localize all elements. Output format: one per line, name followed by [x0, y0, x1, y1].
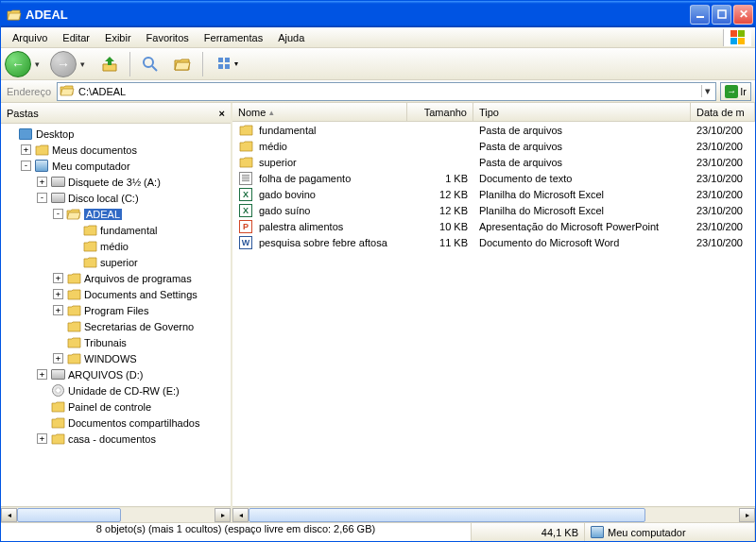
- up-button[interactable]: [95, 50, 124, 78]
- file-row[interactable]: folha de pagamento1 KBDocumento de texto…: [232, 170, 755, 186]
- tree-label: Arquivos de programas: [84, 273, 192, 284]
- address-input[interactable]: C:\ADEAL ▾: [57, 82, 716, 101]
- scroll-left-button[interactable]: ◂: [232, 508, 249, 522]
- menu-ajuda[interactable]: Ajuda: [270, 30, 312, 45]
- expand-toggle[interactable]: -: [21, 161, 31, 171]
- forward-button[interactable]: →: [50, 51, 77, 77]
- tree-node[interactable]: +ARQUIVOS (D:): [1, 366, 231, 382]
- expand-toggle[interactable]: -: [53, 209, 63, 219]
- tree-node[interactable]: -ADEAL: [1, 206, 231, 222]
- scroll-thumb[interactable]: [17, 508, 121, 522]
- file-row[interactable]: médioPasta de arquivos23/10/200: [232, 138, 755, 154]
- menu-favoritos[interactable]: Favoritos: [139, 30, 197, 45]
- tree-node[interactable]: Unidade de CD-RW (E:): [1, 382, 231, 398]
- column-date[interactable]: Data de m: [691, 103, 755, 121]
- expand-toggle[interactable]: +: [53, 353, 63, 364]
- tree-node[interactable]: Painel de controle: [1, 398, 231, 415]
- scroll-left-button[interactable]: ◂: [1, 508, 17, 522]
- back-dropdown[interactable]: ▾: [35, 59, 46, 69]
- tree-node[interactable]: +Disquete de 3½ (A:): [1, 174, 231, 190]
- sidebar-scrollbar[interactable]: ◂ ▸: [1, 506, 231, 522]
- file-row[interactable]: Wpesquisa sobre febre aftosa11 KBDocumen…: [232, 234, 755, 250]
- folder-icon: [66, 352, 81, 365]
- tree-node[interactable]: Documentos compartilhados: [1, 415, 231, 431]
- tree-node[interactable]: -Disco local (C:): [1, 190, 231, 206]
- titlebar[interactable]: ADEAL ✕: [1, 1, 755, 27]
- tree-label: Disquete de 3½ (A:): [68, 177, 161, 188]
- folder-icon: [82, 224, 97, 237]
- scroll-thumb[interactable]: [249, 508, 645, 522]
- back-button[interactable]: ←: [5, 51, 31, 77]
- forward-dropdown[interactable]: ▾: [80, 59, 92, 69]
- expand-toggle[interactable]: +: [53, 273, 63, 283]
- file-row[interactable]: Ppalestra alimentos10 KBApresentação do …: [232, 218, 755, 234]
- folder-icon: [66, 272, 81, 285]
- go-button[interactable]: → Ir: [720, 82, 751, 101]
- file-row[interactable]: superiorPasta de arquivos23/10/200: [232, 154, 755, 170]
- tree-node[interactable]: +Arquivos de programas: [1, 270, 231, 286]
- expand-toggle[interactable]: +: [53, 289, 63, 299]
- doc-icon: W: [238, 236, 253, 249]
- window-title: ADEAL: [26, 8, 690, 22]
- file-type: Pasta de arquivos: [473, 157, 691, 168]
- menu-ferramentas[interactable]: Ferramentas: [197, 30, 270, 45]
- maximize-button[interactable]: [712, 5, 731, 25]
- expand-toggle[interactable]: +: [37, 369, 47, 380]
- file-name: superior: [259, 157, 297, 168]
- tree-node[interactable]: Secretarias de Governo: [1, 318, 231, 334]
- file-type: Planilha do Microsoft Excel: [473, 189, 691, 200]
- file-row[interactable]: Xgado suíno12 KBPlanilha do Microsoft Ex…: [232, 202, 755, 218]
- expand-toggle[interactable]: +: [21, 144, 31, 155]
- views-button[interactable]: ▾: [209, 50, 247, 78]
- tree-node[interactable]: médio: [1, 238, 231, 254]
- tree-node[interactable]: +WINDOWS: [1, 350, 231, 366]
- svg-rect-6: [218, 64, 223, 69]
- file-row[interactable]: fundamentalPasta de arquivos23/10/200: [232, 122, 755, 138]
- folder-icon: [7, 7, 22, 22]
- tree-node[interactable]: fundamental: [1, 222, 231, 238]
- tree-label: Unidade de CD-RW (E:): [68, 385, 180, 397]
- file-size: 12 KB: [407, 205, 473, 216]
- tree-node[interactable]: Desktop: [1, 126, 231, 142]
- column-size[interactable]: Tamanho: [407, 103, 473, 121]
- search-button[interactable]: [136, 50, 164, 78]
- main-scrollbar[interactable]: ◂ ▸: [232, 506, 755, 522]
- menu-arquivo[interactable]: Arquivo: [5, 30, 55, 45]
- svg-rect-0: [696, 16, 704, 18]
- tree-node[interactable]: -Meu computador: [1, 158, 231, 174]
- tree-node[interactable]: Tribunais: [1, 334, 231, 350]
- folder-tree[interactable]: Desktop+Meus documentos-Meu computador+D…: [1, 124, 231, 506]
- menu-editar[interactable]: Editar: [55, 30, 97, 45]
- tree-node[interactable]: superior: [1, 254, 231, 270]
- tree-node[interactable]: +casa - documentos: [1, 431, 231, 447]
- scroll-right-button[interactable]: ▸: [215, 508, 231, 522]
- column-type[interactable]: Tipo: [473, 103, 691, 121]
- column-name[interactable]: Nome▴: [232, 103, 407, 121]
- expand-toggle[interactable]: -: [37, 193, 47, 203]
- folder-icon: [66, 304, 81, 317]
- folder-icon: [82, 240, 97, 253]
- address-dropdown[interactable]: ▾: [701, 85, 713, 97]
- menu-exibir[interactable]: Exibir: [97, 30, 139, 45]
- tree-label: ADEAL: [84, 209, 122, 220]
- minimize-button[interactable]: [690, 5, 710, 25]
- folder-icon: [50, 400, 65, 414]
- folder-icon: [82, 256, 97, 269]
- file-row[interactable]: Xgado bovino12 KBPlanilha do Microsoft E…: [232, 186, 755, 202]
- folders-button[interactable]: [168, 50, 197, 78]
- folders-pane-close[interactable]: ×: [219, 108, 225, 119]
- tree-node[interactable]: +Program Files: [1, 302, 231, 318]
- tree-label: Meus documentos: [52, 144, 137, 156]
- expand-toggle[interactable]: +: [53, 305, 63, 315]
- expand-toggle[interactable]: +: [37, 177, 47, 187]
- file-date: 23/10/200: [691, 125, 755, 136]
- tree-node[interactable]: +Documents and Settings: [1, 286, 231, 302]
- tree-node[interactable]: +Meus documentos: [1, 142, 231, 158]
- scroll-right-button[interactable]: ▸: [739, 508, 755, 522]
- expand-toggle[interactable]: +: [37, 433, 47, 444]
- folder-icon: [66, 320, 81, 333]
- file-list[interactable]: fundamentalPasta de arquivos23/10/200méd…: [232, 122, 755, 506]
- tree-label: Desktop: [36, 128, 74, 140]
- txt-icon: [238, 172, 253, 185]
- close-button[interactable]: ✕: [733, 5, 753, 25]
